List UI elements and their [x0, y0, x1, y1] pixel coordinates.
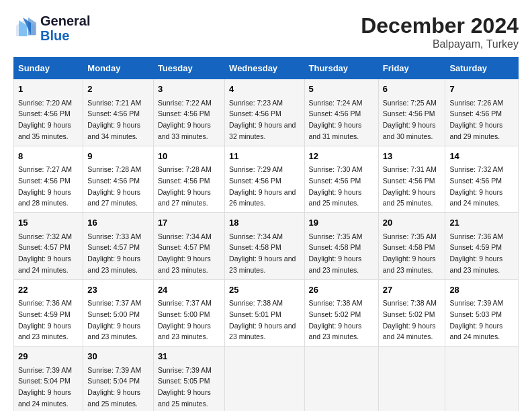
- day-info: Sunrise: 7:39 AMSunset: 5:04 PMDaylight:…: [18, 366, 72, 408]
- day-number: 14: [449, 150, 514, 163]
- day-cell: 31 Sunrise: 7:39 AMSunset: 5:05 PMDaylig…: [153, 347, 224, 412]
- day-cell: 18 Sunrise: 7:34 AMSunset: 4:58 PMDaylig…: [225, 213, 304, 280]
- week-row-3: 15 Sunrise: 7:32 AMSunset: 4:57 PMDaylig…: [14, 213, 519, 280]
- day-cell: 28 Sunrise: 7:39 AMSunset: 5:03 PMDaylig…: [445, 279, 519, 347]
- logo-icon: [13, 16, 38, 40]
- day-cell: 4 Sunrise: 7:23 AMSunset: 4:56 PMDayligh…: [225, 79, 304, 146]
- day-cell: [304, 347, 378, 412]
- day-info: Sunrise: 7:28 AMSunset: 4:56 PMDaylight:…: [87, 165, 141, 207]
- page-title: December 2024: [361, 13, 519, 38]
- day-number: 1: [18, 83, 79, 96]
- logo: General Blue: [13, 13, 90, 43]
- day-info: Sunrise: 7:34 AMSunset: 4:57 PMDaylight:…: [158, 232, 212, 274]
- day-cell: 19 Sunrise: 7:35 AMSunset: 4:58 PMDaylig…: [304, 213, 378, 280]
- day-cell: 9 Sunrise: 7:28 AMSunset: 4:56 PMDayligh…: [83, 146, 154, 213]
- day-cell: [225, 347, 304, 412]
- day-cell: 2 Sunrise: 7:21 AMSunset: 4:56 PMDayligh…: [83, 79, 154, 146]
- day-cell: 5 Sunrise: 7:24 AMSunset: 4:56 PMDayligh…: [304, 79, 378, 146]
- day-info: Sunrise: 7:39 AMSunset: 5:03 PMDaylight:…: [449, 299, 503, 340]
- header-row: Sunday Monday Tuesday Wednesday Thursday…: [14, 58, 519, 79]
- week-row-2: 8 Sunrise: 7:27 AMSunset: 4:56 PMDayligh…: [14, 146, 519, 213]
- day-cell: 20 Sunrise: 7:35 AMSunset: 4:58 PMDaylig…: [378, 213, 445, 280]
- day-cell: 1 Sunrise: 7:20 AMSunset: 4:56 PMDayligh…: [14, 79, 83, 146]
- day-number: 2: [87, 83, 149, 96]
- day-info: Sunrise: 7:36 AMSunset: 4:59 PMDaylight:…: [449, 232, 503, 274]
- day-number: 24: [158, 283, 220, 297]
- day-number: 18: [229, 216, 300, 230]
- day-cell: 12 Sunrise: 7:30 AMSunset: 4:56 PMDaylig…: [304, 146, 378, 213]
- day-number: 9: [87, 150, 149, 163]
- day-cell: 29 Sunrise: 7:39 AMSunset: 5:04 PMDaylig…: [14, 347, 83, 412]
- day-info: Sunrise: 7:32 AMSunset: 4:57 PMDaylight:…: [18, 232, 72, 274]
- day-cell: 23 Sunrise: 7:37 AMSunset: 5:00 PMDaylig…: [83, 279, 154, 347]
- calendar-table: Sunday Monday Tuesday Wednesday Thursday…: [13, 57, 519, 411]
- day-number: 25: [229, 283, 300, 297]
- day-cell: 16 Sunrise: 7:33 AMSunset: 4:57 PMDaylig…: [83, 213, 154, 280]
- day-number: 10: [158, 150, 220, 163]
- day-number: 8: [18, 150, 79, 163]
- day-cell: 21 Sunrise: 7:36 AMSunset: 4:59 PMDaylig…: [445, 213, 519, 280]
- day-info: Sunrise: 7:30 AMSunset: 4:56 PMDaylight:…: [309, 165, 363, 207]
- col-wednesday: Wednesday: [225, 58, 304, 79]
- day-cell: 15 Sunrise: 7:32 AMSunset: 4:57 PMDaylig…: [14, 213, 83, 280]
- day-number: 5: [309, 83, 374, 96]
- day-info: Sunrise: 7:39 AMSunset: 5:05 PMDaylight:…: [158, 366, 212, 408]
- day-number: 4: [229, 83, 300, 96]
- week-row-4: 22 Sunrise: 7:36 AMSunset: 4:59 PMDaylig…: [14, 279, 519, 347]
- day-cell: 13 Sunrise: 7:31 AMSunset: 4:56 PMDaylig…: [378, 146, 445, 213]
- day-cell: 14 Sunrise: 7:32 AMSunset: 4:56 PMDaylig…: [445, 146, 519, 213]
- day-number: 28: [449, 283, 514, 297]
- page-subtitle: Balpayam, Turkey: [361, 38, 519, 50]
- day-info: Sunrise: 7:25 AMSunset: 4:56 PMDaylight:…: [383, 99, 437, 140]
- day-info: Sunrise: 7:26 AMSunset: 4:56 PMDaylight:…: [449, 99, 503, 140]
- day-cell: 7 Sunrise: 7:26 AMSunset: 4:56 PMDayligh…: [445, 79, 519, 146]
- day-info: Sunrise: 7:28 AMSunset: 4:56 PMDaylight:…: [158, 165, 212, 207]
- day-number: 17: [158, 216, 220, 230]
- week-row-1: 1 Sunrise: 7:20 AMSunset: 4:56 PMDayligh…: [14, 79, 519, 146]
- page-header: General Blue December 2024 Balpayam, Tur…: [13, 13, 519, 50]
- day-number: 6: [383, 83, 441, 96]
- col-tuesday: Tuesday: [153, 58, 224, 79]
- day-info: Sunrise: 7:22 AMSunset: 4:56 PMDaylight:…: [158, 99, 212, 140]
- day-cell: [378, 347, 445, 412]
- day-cell: 27 Sunrise: 7:38 AMSunset: 5:02 PMDaylig…: [378, 279, 445, 347]
- col-friday: Friday: [378, 58, 445, 79]
- day-number: 21: [449, 216, 514, 230]
- day-info: Sunrise: 7:24 AMSunset: 4:56 PMDaylight:…: [309, 99, 363, 140]
- col-thursday: Thursday: [304, 58, 378, 79]
- day-number: 31: [158, 350, 220, 363]
- day-cell: 17 Sunrise: 7:34 AMSunset: 4:57 PMDaylig…: [153, 213, 224, 280]
- day-info: Sunrise: 7:37 AMSunset: 5:00 PMDaylight:…: [87, 299, 141, 340]
- day-cell: 26 Sunrise: 7:38 AMSunset: 5:02 PMDaylig…: [304, 279, 378, 347]
- day-cell: 30 Sunrise: 7:39 AMSunset: 5:04 PMDaylig…: [83, 347, 154, 412]
- week-row-5: 29 Sunrise: 7:39 AMSunset: 5:04 PMDaylig…: [14, 347, 519, 412]
- day-info: Sunrise: 7:27 AMSunset: 4:56 PMDaylight:…: [18, 165, 72, 207]
- day-number: 15: [18, 216, 79, 230]
- day-cell: 10 Sunrise: 7:28 AMSunset: 4:56 PMDaylig…: [153, 146, 224, 213]
- day-cell: 24 Sunrise: 7:37 AMSunset: 5:00 PMDaylig…: [153, 279, 224, 347]
- day-info: Sunrise: 7:35 AMSunset: 4:58 PMDaylight:…: [383, 232, 437, 274]
- day-number: 11: [229, 150, 300, 163]
- logo-general: General: [40, 13, 90, 28]
- day-number: 26: [309, 283, 374, 297]
- day-info: Sunrise: 7:33 AMSunset: 4:57 PMDaylight:…: [87, 232, 141, 274]
- logo-blue: Blue: [40, 28, 90, 43]
- day-number: 7: [449, 83, 514, 96]
- col-saturday: Saturday: [445, 58, 519, 79]
- day-number: 20: [383, 216, 441, 230]
- day-cell: 22 Sunrise: 7:36 AMSunset: 4:59 PMDaylig…: [14, 279, 83, 347]
- col-monday: Monday: [83, 58, 154, 79]
- day-info: Sunrise: 7:38 AMSunset: 5:01 PMDaylight:…: [229, 299, 296, 340]
- day-info: Sunrise: 7:37 AMSunset: 5:00 PMDaylight:…: [158, 299, 212, 340]
- day-number: 13: [383, 150, 441, 163]
- day-info: Sunrise: 7:39 AMSunset: 5:04 PMDaylight:…: [87, 366, 141, 408]
- day-number: 23: [87, 283, 149, 297]
- day-info: Sunrise: 7:36 AMSunset: 4:59 PMDaylight:…: [18, 299, 72, 340]
- day-number: 30: [87, 350, 149, 363]
- day-number: 27: [383, 283, 441, 297]
- day-number: 12: [309, 150, 374, 163]
- day-info: Sunrise: 7:23 AMSunset: 4:56 PMDaylight:…: [229, 99, 296, 140]
- day-info: Sunrise: 7:34 AMSunset: 4:58 PMDaylight:…: [229, 232, 296, 274]
- day-cell: 11 Sunrise: 7:29 AMSunset: 4:56 PMDaylig…: [225, 146, 304, 213]
- day-number: 3: [158, 83, 220, 96]
